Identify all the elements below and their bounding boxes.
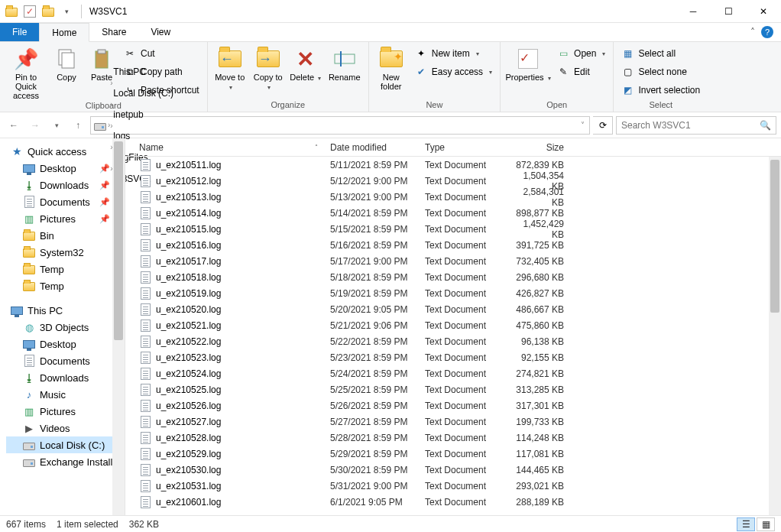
file-row[interactable]: u_ex210530.log5/30/2021 8:59 PMText Docu… <box>125 462 781 478</box>
close-button[interactable]: ✕ <box>746 0 781 23</box>
open-button[interactable]: ▭Open▾ <box>554 45 608 62</box>
file-row[interactable]: u_ex210517.log5/17/2021 9:00 PMText Docu… <box>125 253 781 269</box>
file-row[interactable]: u_ex210516.log5/16/2021 8:59 PMText Docu… <box>125 237 781 253</box>
new-folder-button[interactable]: ✦ New folder <box>374 45 409 91</box>
file-row[interactable]: u_ex210528.log5/28/2021 8:59 PMText Docu… <box>125 430 781 446</box>
tree-item[interactable]: ◍3D Objects <box>6 319 113 336</box>
column-date[interactable]: Date modified <box>324 142 419 153</box>
delete-button[interactable]: ✕ Delete ▾ <box>289 45 322 83</box>
rename-button[interactable]: Rename <box>326 45 364 82</box>
tree-item[interactable]: ♪Music <box>6 386 113 403</box>
tree-item[interactable]: System32 <box>6 244 113 261</box>
tree-item[interactable]: ▥Pictures <box>6 403 113 420</box>
tree-item[interactable]: Bin <box>6 227 113 244</box>
invert-selection-button[interactable]: ◩Invert selection <box>618 82 703 99</box>
tab-home[interactable]: Home <box>39 23 89 42</box>
chevron-right-icon[interactable]: › <box>110 79 112 87</box>
file-icon <box>139 400 151 412</box>
file-name: u_ex210518.log <box>156 272 221 283</box>
tab-file[interactable]: File <box>0 23 39 41</box>
tree-item[interactable]: Exchange Install <box>6 453 113 470</box>
file-row[interactable]: u_ex210522.log5/22/2021 8:59 PMText Docu… <box>125 333 781 349</box>
tree-item[interactable]: ▶Videos <box>6 420 113 436</box>
chevron-right-icon[interactable]: › <box>110 100 112 109</box>
nav-back-button[interactable]: ← <box>5 116 23 135</box>
file-row[interactable]: u_ex210513.log5/13/2021 9:00 PMText Docu… <box>125 189 781 205</box>
file-row[interactable]: u_ex210525.log5/25/2021 8:59 PMText Docu… <box>125 381 781 397</box>
tree-item[interactable]: Documents📌 <box>6 193 113 210</box>
breadcrumb[interactable]: › This PC›Local Disk (C:)›inetpub›logs›L… <box>90 116 590 135</box>
file-name: u_ex210513.log <box>156 192 221 203</box>
new-item-button[interactable]: ✦New item▾ <box>412 45 495 62</box>
file-size: 288,189 KB <box>509 497 570 508</box>
breadcrumb-item[interactable]: inetpub <box>110 109 177 120</box>
qat-newfolder-icon[interactable] <box>40 3 57 20</box>
tree-item[interactable]: ⭳Downloads📌 <box>6 177 113 193</box>
nav-recent-button[interactable]: ▾ <box>47 116 66 135</box>
edit-button[interactable]: ✎Edit <box>554 63 608 80</box>
file-row[interactable]: u_ex210514.log5/14/2021 8:59 PMText Docu… <box>125 205 781 221</box>
tab-view[interactable]: View <box>138 23 183 41</box>
minimize-button[interactable]: ─ <box>676 0 711 23</box>
ribbon-collapse-icon[interactable]: ˄ <box>750 27 755 37</box>
tree-item[interactable]: This PC <box>6 302 113 319</box>
file-row[interactable]: u_ex210527.log5/27/2021 8:59 PMText Docu… <box>125 414 781 430</box>
column-size[interactable]: Size <box>509 142 570 153</box>
file-row[interactable]: u_ex210511.log5/11/2021 8:59 PMText Docu… <box>125 157 781 173</box>
move-to-button[interactable]: ← Move to ▾ <box>212 45 248 92</box>
file-row[interactable]: u_ex210529.log5/29/2021 8:59 PMText Docu… <box>125 446 781 462</box>
file-scrollbar[interactable] <box>769 157 781 515</box>
copy-button[interactable]: Copy <box>50 45 83 82</box>
tree-item[interactable]: Documents <box>6 352 113 369</box>
select-none-button[interactable]: ▢Select none <box>618 63 703 80</box>
pin-quick-access-button[interactable]: 📌 Pin to Quick access <box>5 45 47 100</box>
easy-access-button[interactable]: ✔Easy access▾ <box>412 63 495 80</box>
tree-item[interactable]: Desktop <box>6 336 113 352</box>
view-details-button[interactable]: ☰ <box>737 517 755 531</box>
tree-item[interactable]: Desktop📌 <box>6 160 113 177</box>
help-icon[interactable]: ? <box>761 26 773 38</box>
file-type: Text Document <box>419 304 509 315</box>
file-row[interactable]: u_ex210523.log5/23/2021 8:59 PMText Docu… <box>125 349 781 365</box>
nav-up-button[interactable]: ↑ <box>69 116 87 135</box>
select-all-button[interactable]: ▦Select all <box>618 45 703 62</box>
file-row[interactable]: u_ex210521.log5/21/2021 9:06 PMText Docu… <box>125 317 781 333</box>
breadcrumb-item[interactable]: Local Disk (C:) <box>110 88 177 99</box>
tab-share[interactable]: Share <box>89 23 138 41</box>
file-type: Text Document <box>419 401 509 411</box>
copy-icon <box>54 47 79 71</box>
nav-forward-button[interactable]: → <box>26 116 44 135</box>
file-row[interactable]: u_ex210520.log5/20/2021 9:05 PMText Docu… <box>125 301 781 317</box>
tree-item[interactable]: Local Disk (C:) <box>6 436 113 453</box>
column-type[interactable]: Type <box>419 142 509 153</box>
qat-customize-icon[interactable]: ▾ <box>58 3 75 20</box>
maximize-button[interactable]: ☐ <box>711 0 746 23</box>
file-row[interactable]: u_ex210524.log5/24/2021 8:59 PMText Docu… <box>125 365 781 381</box>
refresh-button[interactable]: ⟳ <box>593 116 613 135</box>
file-row[interactable]: u_ex210512.log5/12/2021 9:00 PMText Docu… <box>125 173 781 189</box>
copy-to-button[interactable]: → Copy to ▾ <box>251 45 286 92</box>
tree-item[interactable]: Temp <box>6 261 113 277</box>
file-row[interactable]: u_ex210518.log5/18/2021 8:59 PMText Docu… <box>125 269 781 285</box>
file-row[interactable]: u_ex210515.log5/15/2021 8:59 PMText Docu… <box>125 221 781 237</box>
view-large-icons-button[interactable]: ▦ <box>757 517 775 531</box>
qat-properties-icon[interactable]: ✓ <box>21 3 38 20</box>
tree-item[interactable]: Temp <box>6 277 113 294</box>
tree-item[interactable]: ⭳Downloads <box>6 369 113 386</box>
tree-item[interactable]: ▥Pictures📌 <box>6 210 113 227</box>
breadcrumb-item[interactable]: This PC <box>110 66 177 77</box>
file-row[interactable]: u_ex210601.log6/1/2021 9:05 PMText Docum… <box>125 494 781 510</box>
file-row[interactable]: u_ex210531.log5/31/2021 9:00 PMText Docu… <box>125 478 781 494</box>
properties-button[interactable]: ✓ Properties ▾ <box>505 45 551 83</box>
column-name[interactable]: Name˄ <box>133 142 324 153</box>
sidebar-scrollbar[interactable] <box>112 138 125 515</box>
tree-label: Music <box>40 389 66 401</box>
breadcrumb-dropdown-icon[interactable]: ˅ <box>581 121 585 129</box>
file-row[interactable]: u_ex210526.log5/26/2021 8:59 PMText Docu… <box>125 397 781 414</box>
title-divider <box>81 5 82 18</box>
chevron-right-icon[interactable]: › <box>110 122 112 130</box>
tree-item[interactable]: ★Quick access <box>6 143 113 160</box>
search-input[interactable]: Search W3SVC1 🔍 <box>616 116 776 135</box>
cut-button[interactable]: ✂Cut <box>121 45 203 62</box>
file-row[interactable]: u_ex210519.log5/19/2021 8:59 PMText Docu… <box>125 285 781 301</box>
